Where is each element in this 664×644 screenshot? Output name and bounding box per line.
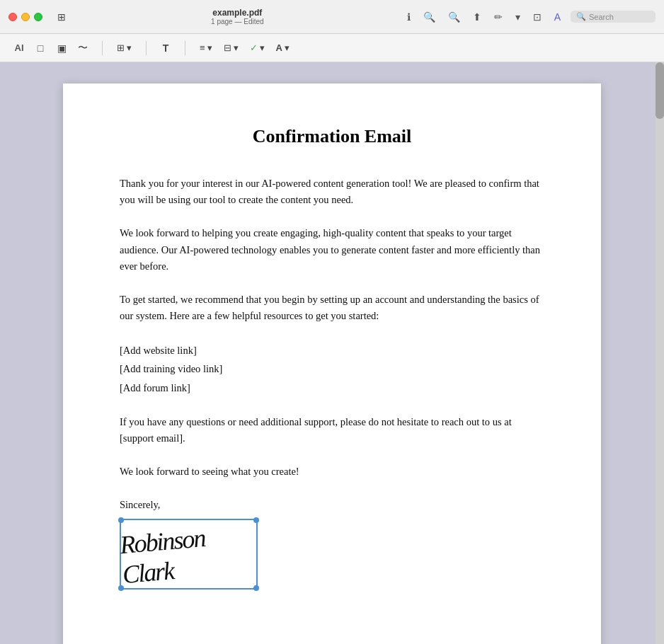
view-icon: ⊟ [224,42,231,53]
text-icon: T [163,42,169,54]
highlight-icon[interactable]: A [551,10,563,24]
sidebar-toggle-button[interactable]: ⊞ [52,8,71,26]
filename-label: example.pdf [212,8,262,18]
titlebar: ⊞ example.pdf 1 page — Edited ℹ 🔍 🔍 ⬆ ✏ … [0,0,664,34]
pen-icon[interactable]: ✏ [491,10,505,24]
signature-area: Sincerely, Robinson Clark [120,497,544,590]
toolbar-group-4: ≡ ▾ ⊟ ▾ ✓ ▾ A ▾ [193,39,297,57]
rect-select-button[interactable]: □ [31,39,50,57]
markup-chevron-icon[interactable]: ▾ [513,10,523,24]
view-chevron: ▾ [234,42,239,53]
minimize-button[interactable] [21,13,30,21]
annotate-icon: 〜 [78,42,88,54]
toolbar-group-2: ⊞ ▾ [110,39,139,57]
rect-select-icon: □ [38,42,43,54]
color-chevron: ▾ [260,42,265,53]
handle-bottom-right[interactable] [253,585,259,591]
image-icon: ▣ [57,42,67,54]
toolbar-group-1: AI □ ▣ 〜 [7,39,95,57]
crop-icon[interactable]: ⊡ [530,10,544,24]
close-button[interactable] [8,13,17,21]
toolbar-separator-1 [102,41,103,55]
font-icon: A [276,42,282,53]
annotate-button[interactable]: 〜 [74,39,92,57]
toolbar: AI □ ▣ 〜 ⊞ ▾ T ≡ ▾ ⊟ ▾ [0,34,664,62]
view-button[interactable]: ⊟ ▾ [219,39,243,57]
scrollbar-thumb[interactable] [656,62,664,119]
font-chevron: ▾ [285,42,290,53]
document-title: Confirmation Email [120,126,544,147]
zoom-in-icon[interactable]: 🔍 [445,10,463,24]
share-icon[interactable]: ⬆ [470,10,484,24]
search-placeholder: Search [589,13,614,21]
align-chevron: ▾ [207,42,212,53]
align-icon: ≡ [200,42,205,53]
handle-top-right[interactable] [253,517,259,523]
traffic-lights [8,13,42,21]
insert-icon: ⊞ [117,42,125,53]
title-section: example.pdf 1 page — Edited [76,8,399,25]
links-section: [Add website link] [Add training video l… [120,341,544,396]
signature-box[interactable]: Robinson Clark [120,519,258,590]
maximize-button[interactable] [34,13,42,21]
search-icon: 🔍 [576,12,586,21]
align-button[interactable]: ≡ ▾ [195,39,217,57]
titlebar-right: ℹ 🔍 🔍 ⬆ ✏ ▾ ⊡ A 🔍 Search [404,10,656,24]
scrollbar-track [656,62,664,644]
search-box[interactable]: 🔍 Search [571,11,656,23]
font-button[interactable]: A ▾ [272,39,294,57]
text-button[interactable]: T [156,39,175,57]
toolbar-separator-2 [146,41,147,55]
main-area: Confirmation Email Thank you for your in… [0,62,664,644]
handle-top-left[interactable] [118,517,124,523]
zoom-out-icon[interactable]: 🔍 [420,10,438,24]
file-meta-label: 1 page — Edited [211,18,264,25]
info-icon[interactable]: ℹ [404,10,413,24]
toolbar-group-3: T [154,39,178,57]
sign-off-text: Sincerely, [120,497,544,513]
image-button[interactable]: ▣ [52,39,71,57]
insert-chevron: ▾ [127,42,132,53]
signature-image: Robinson Clark [119,519,259,590]
color-icon: ✓ [250,42,258,53]
farewell-paragraph: We look forward to seeing what you creat… [120,464,544,480]
closing-paragraph: If you have any questions or need additi… [120,414,544,447]
paragraph-1: Thank you for your interest in our AI-po… [120,176,544,208]
ai-tool-button[interactable]: AI [10,39,28,57]
color-button[interactable]: ✓ ▾ [246,39,269,57]
insert-button[interactable]: ⊞ ▾ [113,39,136,57]
paragraph-3: To get started, we recommend that you be… [120,292,544,324]
link-item-2: [Add training video link] [120,360,544,378]
pdf-page: Confirmation Email Thank you for your in… [63,84,601,644]
link-item-1: [Add website link] [120,341,544,360]
ai-icon: AI [15,42,24,53]
link-item-3: [Add forum link] [120,379,544,397]
toolbar-separator-3 [185,41,185,55]
paragraph-2: We look forward to helping you create en… [120,225,544,275]
